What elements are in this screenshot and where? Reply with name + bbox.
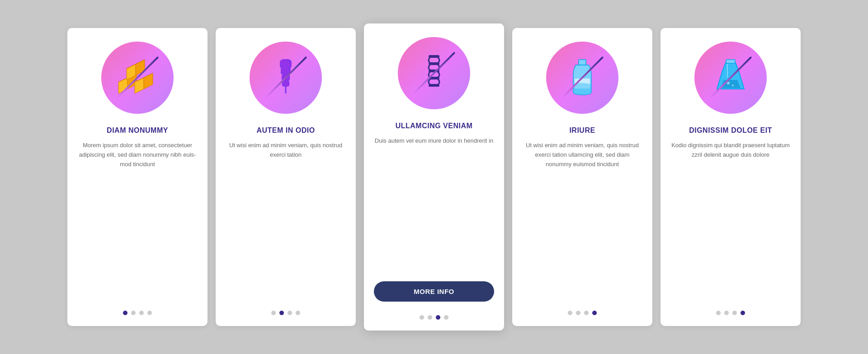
card-3-icon-circle — [398, 37, 470, 109]
dot-5-2 — [724, 311, 729, 315]
card-5-dots — [716, 303, 745, 315]
card-1: DIAM NONUMMY Morem ipsum dolor sit amet,… — [67, 28, 208, 326]
dot-4-2 — [576, 311, 580, 315]
cards-container: DIAM NONUMMY Morem ipsum dolor sit amet,… — [0, 5, 868, 349]
card-3-body: Duis autem vel eum iriure dolor in hendr… — [375, 136, 493, 273]
dot-4-3 — [584, 311, 589, 315]
dot-1-3 — [139, 311, 144, 315]
card-5-title: DIGNISSIM DOLOE EIT — [689, 126, 772, 135]
dot-1-4 — [147, 311, 152, 315]
card-4-dots — [568, 303, 597, 315]
card-4: IRIURE Ut wisi enim ad minim veniam, qui… — [512, 28, 652, 326]
card-4-title: IRIURE — [569, 126, 595, 135]
card-5-icon-circle — [694, 42, 767, 114]
dot-4-1 — [568, 311, 572, 315]
card-3-title: ULLAMCING VENIAM — [396, 122, 473, 130]
card-3-dots — [420, 307, 448, 320]
dot-3-1 — [420, 315, 424, 320]
dot-3-4 — [444, 315, 448, 320]
card-2-dots — [271, 303, 300, 315]
dot-2-3 — [288, 311, 292, 315]
svg-rect-23 — [579, 60, 586, 65]
card-2-title: AUTEM IN ODIO — [256, 126, 315, 135]
card-2-icon-circle — [250, 42, 322, 114]
card-2: AUTEM IN ODIO Ut wisi enim ad minim veni… — [216, 28, 356, 326]
card-2-body: Ut wisi enim ad minim veniam, quis nostr… — [226, 141, 346, 303]
dot-1-1 — [123, 311, 127, 315]
dot-2-1 — [271, 311, 276, 315]
dot-2-4 — [296, 311, 300, 315]
card-1-body: Morem ipsum dolor sit amet, consectetuer… — [77, 141, 198, 303]
card-5: DIGNISSIM DOLOE EIT Kodio dignissim qui … — [660, 28, 801, 326]
svg-rect-26 — [726, 60, 735, 63]
card-1-title: DIAM NONUMMY — [107, 126, 168, 135]
card-1-icon-circle — [101, 42, 174, 114]
dot-1-2 — [131, 311, 136, 315]
card-5-body: Kodio dignissim qui blandit praesent lup… — [670, 141, 791, 303]
dot-5-1 — [716, 311, 721, 315]
card-4-body: Ut wisi enim ad minim veniam, quis nostr… — [522, 141, 642, 303]
dot-5-3 — [732, 311, 737, 315]
card-1-dots — [123, 303, 152, 315]
card-4-icon-circle — [546, 42, 618, 114]
dot-4-4 — [592, 311, 597, 315]
dot-2-2 — [279, 311, 284, 315]
more-info-button[interactable]: MORE INFO — [374, 281, 494, 302]
dot-5-4 — [741, 311, 745, 315]
svg-point-29 — [732, 84, 734, 86]
card-3: ULLAMCING VENIAM Duis autem vel eum iriu… — [364, 23, 504, 331]
dot-3-3 — [436, 315, 440, 320]
dot-3-2 — [428, 315, 432, 320]
